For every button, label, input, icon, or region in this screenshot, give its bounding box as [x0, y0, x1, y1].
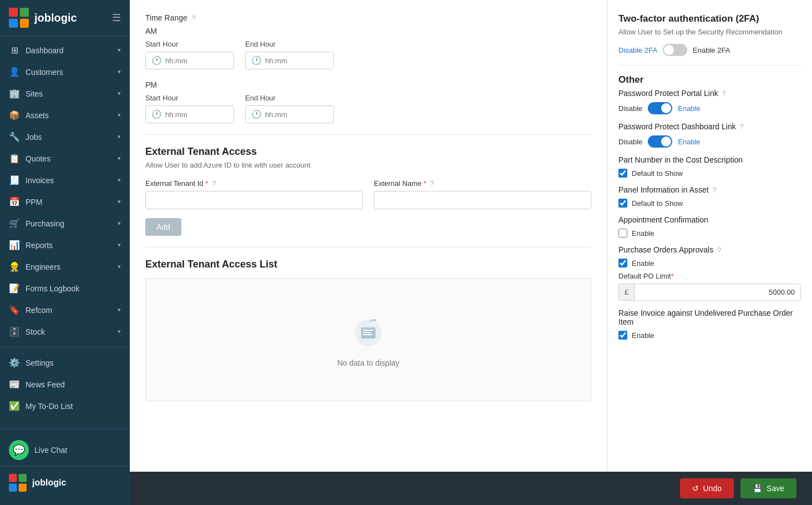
clock-icon: 🕐	[251, 55, 262, 65]
am-start-hour-input[interactable]	[165, 57, 228, 65]
save-button[interactable]: 💾 Save	[740, 478, 796, 498]
chevron-icon: ▾	[118, 263, 121, 270]
undo-button[interactable]: ↺ Undo	[680, 478, 734, 498]
po-limit-required: *	[671, 272, 674, 280]
sidebar-logo: joblogic ☰	[0, 0, 130, 36]
chevron-icon: ▾	[118, 306, 121, 314]
sidebar-item-label: Engineers	[26, 262, 112, 271]
footer-brand-name: joblogic	[32, 478, 66, 488]
password-dashboard-toggle-row: Disable Enable	[618, 135, 801, 148]
password-portal-enable-label: Enable	[678, 104, 700, 113]
sidebar-item-reports[interactable]: 📊 Reports ▾	[0, 234, 130, 256]
end-hour-label: End Hour	[245, 40, 334, 48]
sidebar-item-invoices[interactable]: 🧾 Invoices ▾	[0, 169, 130, 191]
am-end-hour-input-wrap: 🕐	[245, 52, 334, 69]
password-portal-disable-label: Disable	[618, 104, 642, 113]
sidebar-item-jobs[interactable]: 🔧 Jobs ▾	[0, 126, 130, 148]
password-portal-label: Password Protect Portal Link ?	[618, 89, 801, 98]
sidebar-item-purchasing[interactable]: 🛒 Purchasing ▾	[0, 213, 130, 234]
sidebar-item-my-todo-list[interactable]: ✅ My To-Do List	[0, 395, 130, 417]
appointment-confirmation-checkbox[interactable]	[618, 229, 627, 238]
pm-end-hour-field: End Hour 🕐	[245, 94, 334, 123]
live-chat-bubble: 💬	[9, 440, 29, 460]
sidebar-item-label: Refcom	[26, 306, 112, 315]
toggle-thumb	[664, 45, 674, 55]
sidebar-item-quotes[interactable]: 📋 Quotes ▾	[0, 148, 130, 169]
sites-icon: 🏢	[9, 88, 20, 99]
raise-invoice-label: Raise Invoice against Undelivered Purcha…	[618, 309, 801, 326]
part-number-checkbox-row: Default to Show	[618, 169, 801, 178]
panel-info-label: Panel Information in Asset ?	[618, 185, 801, 194]
add-button[interactable]: Add	[145, 218, 181, 236]
pm-end-hour-input[interactable]	[265, 110, 328, 119]
password-dashboard-enable-label: Enable	[678, 138, 700, 146]
am-end-hour-field: End Hour 🕐	[245, 40, 334, 69]
required-marker: *	[424, 179, 427, 188]
purchase-orders-checkbox[interactable]	[618, 259, 627, 267]
password-portal-toggle-row: Disable Enable	[618, 102, 801, 114]
sidebar-item-forms-logbook[interactable]: 📝 Forms Logbook	[0, 277, 130, 299]
sidebar-item-label: Forms Logbook	[26, 284, 121, 293]
password-dashboard-option: Password Protect Dashboard Link ? Disabl…	[618, 122, 801, 148]
part-number-checkbox[interactable]	[618, 169, 627, 178]
panel-info-checkbox-label: Default to Show	[632, 199, 683, 208]
sidebar-item-settings[interactable]: ⚙️ Settings	[0, 352, 130, 373]
hamburger-icon[interactable]: ☰	[112, 12, 121, 24]
pm-time-row: Start Hour 🕐 End Hour 🕐	[145, 94, 591, 123]
sidebar-item-sites[interactable]: 🏢 Sites ▾	[0, 83, 130, 104]
am-end-hour-input[interactable]	[265, 57, 328, 65]
am-label: AM	[145, 27, 157, 36]
svg-rect-0	[9, 8, 18, 17]
part-number-checkbox-label: Default to Show	[632, 169, 683, 178]
tenant-id-input[interactable]	[145, 191, 363, 209]
raise-invoice-checkbox[interactable]	[618, 331, 627, 340]
purchase-orders-checkbox-row: Enable	[618, 259, 801, 267]
sidebar-item-customers[interactable]: 👤 Customers ▾	[0, 61, 130, 83]
two-fa-title: Two-factor authentication (2FA)	[618, 13, 801, 24]
password-portal-toggle[interactable]	[648, 102, 672, 114]
external-name-input[interactable]	[374, 191, 591, 209]
svg-rect-3	[20, 19, 29, 28]
tenant-id-help-icon: ?	[212, 179, 216, 188]
password-dashboard-toggle[interactable]	[648, 135, 672, 148]
time-range-label: Time Range	[145, 13, 187, 22]
chevron-icon: ▾	[118, 176, 121, 184]
sidebar: joblogic ☰ ⊞ Dashboard ▾ 👤 Customers ▾ 🏢…	[0, 0, 130, 505]
two-fa-toggle[interactable]	[663, 44, 687, 56]
bottom-bar: ↺ Undo 💾 Save	[130, 472, 812, 505]
save-icon: 💾	[753, 484, 762, 493]
external-tenant-section: External Tenant Access Allow User to add…	[145, 146, 591, 236]
chevron-icon: ▾	[118, 198, 121, 205]
po-limit-prefix: £	[619, 284, 635, 300]
sidebar-item-engineers[interactable]: 👷 Engineers ▾	[0, 256, 130, 277]
sidebar-item-ppm[interactable]: 📅 PPM ▾	[0, 191, 130, 213]
panel-divider	[618, 65, 801, 65]
tenant-id-label: External Tenant Id * ?	[145, 179, 363, 188]
po-limit-input[interactable]	[635, 284, 800, 300]
sidebar-item-live-chat[interactable]: 💬 Live Chat	[0, 435, 130, 466]
password-dashboard-help-icon: ?	[740, 123, 744, 131]
appointment-confirmation-option: Appointment Confirmation Enable	[618, 215, 801, 238]
chevron-icon: ▾	[118, 112, 121, 119]
panel-info-checkbox[interactable]	[618, 199, 627, 208]
sidebar-item-dashboard[interactable]: ⊞ Dashboard ▾	[0, 39, 130, 61]
panel-info-option: Panel Information in Asset ? Default to …	[618, 185, 801, 208]
pm-start-hour-input[interactable]	[165, 110, 228, 119]
svg-rect-11	[363, 332, 371, 333]
refcom-icon: 🔖	[9, 305, 20, 315]
brand-name: joblogic	[34, 12, 77, 24]
sidebar-item-label: Quotes	[26, 154, 112, 163]
empty-text: No data to display	[337, 358, 399, 367]
customers-icon: 👤	[9, 67, 20, 77]
sidebar-item-stock[interactable]: 🗄️ Stock ▾	[0, 321, 130, 342]
clock-icon: 🕐	[151, 109, 162, 119]
chevron-icon: ▾	[118, 68, 121, 75]
sidebar-item-news-feed[interactable]: 📰 News Feed	[0, 373, 130, 395]
svg-rect-7	[19, 484, 27, 492]
sidebar-item-refcom[interactable]: 🔖 Refcom ▾	[0, 299, 130, 321]
purchase-orders-checkbox-label: Enable	[632, 259, 654, 267]
sidebar-item-assets[interactable]: 📦 Assets ▾	[0, 104, 130, 126]
sidebar-item-label: News Feed	[26, 380, 121, 389]
external-tenant-form-row: External Tenant Id * ? External Name * ?	[145, 179, 591, 209]
engineers-icon: 👷	[9, 261, 20, 272]
